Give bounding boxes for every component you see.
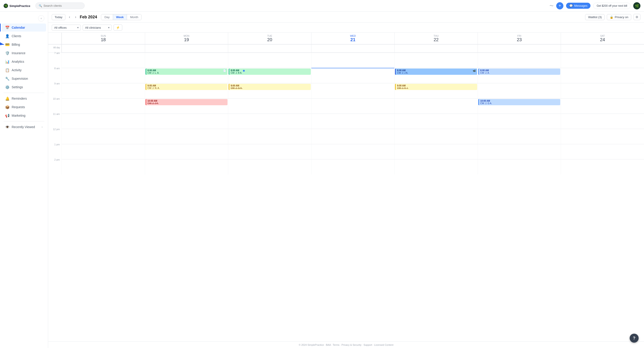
- privacy-button[interactable]: 🔒 Privacy on: [607, 14, 631, 20]
- cell-fri-9am[interactable]: [478, 83, 561, 98]
- cell-sat-11am[interactable]: [561, 114, 644, 129]
- cell-thu-7am[interactable]: [394, 53, 478, 68]
- event-mon-10am[interactable]: 10:00 AM CW: J. J A.: [146, 99, 228, 105]
- all-day-cell-wed[interactable]: [311, 44, 394, 52]
- cell-mon-2pm[interactable]: [145, 159, 228, 174]
- cell-sun-8am[interactable]: [62, 68, 145, 83]
- sidebar-item-activity[interactable]: 📋 Activity: [2, 66, 46, 74]
- all-day-cell-fri[interactable]: [478, 44, 561, 52]
- cell-tue-10am[interactable]: [228, 98, 311, 114]
- calendar-settings-button[interactable]: ⚙: [634, 14, 640, 20]
- cell-wed-7am[interactable]: [311, 53, 394, 68]
- cell-wed-10am[interactable]: [311, 98, 394, 114]
- sidebar-item-calendar[interactable]: 📅 Calendar: [2, 24, 46, 32]
- cell-mon-10am[interactable]: 10:00 AM CW: J. J A.: [145, 98, 228, 114]
- cell-tue-8am[interactable]: 8:00 AM CW: J. B A.: [228, 68, 311, 83]
- filter-options-button[interactable]: ⚡: [114, 24, 122, 31]
- sidebar-item-supervision[interactable]: 🔧 Supervision: [2, 74, 46, 83]
- cell-mon-12pm[interactable]: [145, 129, 228, 144]
- all-day-cell-mon[interactable]: [145, 44, 228, 52]
- sidebar-item-insurance[interactable]: 🛡️ Insurance: [2, 49, 46, 57]
- cell-tue-2pm[interactable]: [228, 159, 311, 174]
- all-day-cell-sat[interactable]: [561, 44, 644, 52]
- sidebar-item-requests[interactable]: 📦 Requests: [2, 103, 46, 111]
- avatar[interactable]: 🌿: [633, 2, 640, 10]
- cell-wed-1pm[interactable]: [311, 144, 394, 159]
- cell-thu-11am[interactable]: [394, 114, 478, 129]
- all-day-cell-thu[interactable]: [394, 44, 478, 52]
- cell-sat-8am[interactable]: [561, 68, 644, 83]
- help-button[interactable]: ?: [630, 334, 639, 343]
- cell-sat-12pm[interactable]: [561, 129, 644, 144]
- month-view-button[interactable]: Month: [127, 14, 141, 20]
- cell-tue-7am[interactable]: [228, 53, 311, 68]
- promo-button[interactable]: Get $200 off your next bill: [593, 3, 630, 9]
- cell-wed-12pm[interactable]: [311, 129, 394, 144]
- cell-sun-10am[interactable]: [62, 98, 145, 114]
- sidebar-item-marketing[interactable]: 📢 Marketing: [2, 112, 46, 120]
- cell-wed-8am[interactable]: [311, 68, 394, 83]
- add-button[interactable]: +: [556, 2, 564, 10]
- event-thu-9am[interactable]: 9:00 AM CW: J. A. I.: [395, 84, 477, 90]
- calendar-grid-container[interactable]: Sun 18 Mon 19 Tue 20 Wed: [48, 33, 644, 342]
- sidebar-item-reminders[interactable]: 🔔 Reminders: [2, 94, 46, 102]
- event-mon-9am[interactable]: 9:05 AM CW: J. N. A.: [146, 84, 228, 90]
- cell-fri-11am[interactable]: [478, 114, 561, 129]
- event-thu-8am[interactable]: 📹 8:00 AM CW: J. J A.: [395, 68, 477, 75]
- sidebar-item-settings[interactable]: ⚙️ Settings: [2, 83, 46, 91]
- next-week-button[interactable]: ›: [74, 14, 78, 20]
- cell-tue-11am[interactable]: [228, 114, 311, 129]
- cell-thu-9am[interactable]: 9:00 AM CW: J. A. I.: [394, 83, 478, 98]
- messages-button[interactable]: 💬 Messages: [566, 3, 590, 9]
- today-button[interactable]: Today: [52, 14, 66, 20]
- cell-mon-1pm[interactable]: [145, 144, 228, 159]
- cell-sat-1pm[interactable]: [561, 144, 644, 159]
- week-view-button[interactable]: Week: [113, 14, 127, 20]
- all-day-cell-tue[interactable]: [228, 44, 311, 52]
- cell-wed-2pm[interactable]: [311, 159, 394, 174]
- cell-fri-10am[interactable]: 10:00 AM CW: J. G A.: [478, 98, 561, 114]
- cell-sat-7am[interactable]: [561, 53, 644, 68]
- search-bar[interactable]: 🔍: [36, 2, 85, 9]
- collapse-sidebar-button[interactable]: ‹: [38, 15, 44, 22]
- cell-wed-9am[interactable]: [311, 83, 394, 98]
- all-day-cell-sun[interactable]: [62, 44, 145, 52]
- cell-sun-1pm[interactable]: [62, 144, 145, 159]
- cell-mon-8am[interactable]: 📄 8:00 AM CW: J. L. A.: [145, 68, 228, 83]
- cell-mon-9am[interactable]: 9:05 AM CW: J. N. A.: [145, 83, 228, 98]
- sidebar-item-analytics[interactable]: 📊 Analytics: [2, 58, 46, 66]
- office-filter[interactable]: All offices: [52, 25, 81, 31]
- waitlist-button[interactable]: Waitlist (3): [585, 14, 604, 20]
- cell-tue-1pm[interactable]: [228, 144, 311, 159]
- sidebar-item-clients[interactable]: 👤 Clients: [2, 32, 46, 40]
- event-mon-8am[interactable]: 📄 8:00 AM CW: J. L. A.: [146, 68, 228, 75]
- cell-tue-12pm[interactable]: [228, 129, 311, 144]
- cell-mon-11am[interactable]: [145, 114, 228, 129]
- cell-thu-2pm[interactable]: [394, 159, 478, 174]
- cell-sat-10am[interactable]: [561, 98, 644, 114]
- cell-thu-1pm[interactable]: [394, 144, 478, 159]
- event-fri-8am[interactable]: 8:00 AM CW: J. A.: [478, 68, 560, 75]
- clinician-filter[interactable]: All clinicians: [83, 25, 112, 31]
- cell-fri-2pm[interactable]: [478, 159, 561, 174]
- cell-thu-10am[interactable]: [394, 98, 478, 114]
- cell-fri-12pm[interactable]: [478, 129, 561, 144]
- cell-thu-12pm[interactable]: [394, 129, 478, 144]
- event-tue-8am[interactable]: 8:00 AM CW: J. B A.: [228, 68, 311, 75]
- cell-thu-8am[interactable]: 📹 8:00 AM CW: J. J A.: [394, 68, 478, 83]
- cell-sun-2pm[interactable]: [62, 159, 145, 174]
- sidebar-item-recently-viewed[interactable]: 👁️ Recently Viewed ›: [2, 123, 46, 131]
- cell-fri-7am[interactable]: [478, 53, 561, 68]
- cell-mon-7am[interactable]: [145, 53, 228, 68]
- event-fri-10am[interactable]: 10:00 AM CW: J. G A.: [478, 99, 560, 105]
- event-tue-9am[interactable]: 9:00 AM CW: J. G A.: [228, 84, 311, 90]
- prev-week-button[interactable]: ‹: [68, 14, 72, 20]
- cell-sun-7am[interactable]: [62, 53, 145, 68]
- search-input[interactable]: [44, 4, 81, 8]
- cell-sun-11am[interactable]: [62, 114, 145, 129]
- cell-fri-8am[interactable]: 8:00 AM CW: J. A.: [478, 68, 561, 83]
- cell-wed-11am[interactable]: [311, 114, 394, 129]
- cell-sun-9am[interactable]: [62, 83, 145, 98]
- cell-sat-9am[interactable]: [561, 83, 644, 98]
- cell-sun-12pm[interactable]: [62, 129, 145, 144]
